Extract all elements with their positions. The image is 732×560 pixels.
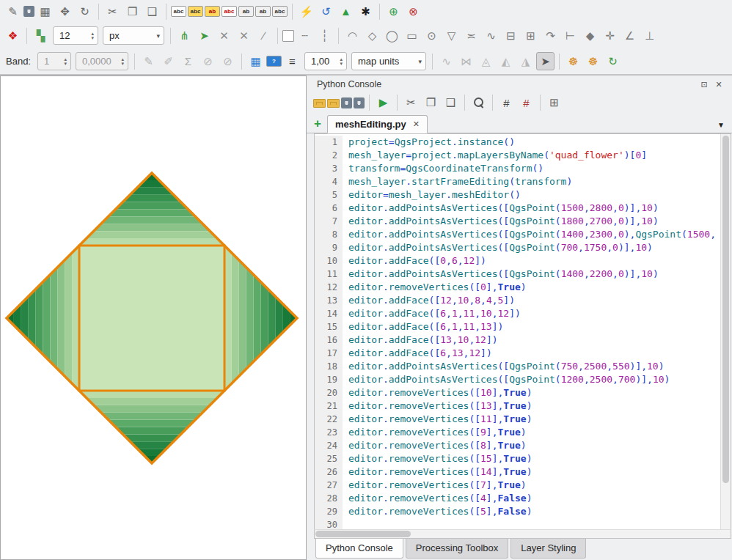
code-line[interactable]: 25editor.removeVertices([15],True) — [315, 452, 720, 465]
reshape-tool-icon[interactable]: ∿ — [482, 26, 500, 45]
save-edits-icon[interactable] — [23, 6, 34, 17]
save-as-icon[interactable] — [354, 97, 365, 108]
grass-tools-icon[interactable]: ▲ — [337, 2, 355, 21]
cut-icon[interactable]: ✂ — [402, 94, 420, 112]
vertex-tool-icon[interactable]: ▦ — [36, 2, 54, 21]
code-line[interactable]: 8editor.addPointsAsVertices([QgsPoint(14… — [315, 228, 720, 241]
clear-all-icon[interactable]: ✕ — [235, 26, 253, 45]
code-line[interactable]: 9editor.addPointsAsVertices([QgsPoint(70… — [315, 241, 720, 254]
horizontal-scrollbar-thumb[interactable] — [315, 531, 411, 537]
reload-mesh-icon[interactable]: ↻ — [604, 52, 622, 70]
spin-down-icon[interactable]: ▾ — [91, 36, 94, 40]
highlight-labels-icon[interactable]: abc — [222, 6, 237, 17]
band-spin-down-icon[interactable]: ▾ — [64, 62, 67, 66]
active-mesh-tool-icon[interactable]: ➤ — [536, 52, 555, 70]
code-line[interactable]: 28editor.removeVertices([4],False) — [315, 492, 720, 505]
digitize-mesh-icon[interactable]: ✎ — [139, 52, 158, 70]
select-mesh-elements-icon[interactable]: ✐ — [159, 52, 177, 70]
code-line[interactable]: 4mesh_layer.startFrameEditing(transform) — [315, 175, 720, 188]
cut-features-icon[interactable]: ✂ — [103, 2, 122, 21]
map-units-dropdown[interactable]: map units ▾ — [351, 52, 426, 70]
perpendicular-icon[interactable]: ⊥ — [640, 26, 659, 45]
vertical-scrollbar-thumb[interactable] — [722, 136, 729, 483]
refine-faces-icon[interactable]: ◮ — [516, 52, 535, 70]
z-value-spinbox[interactable]: 0,0000 ▴▾ — [76, 52, 128, 70]
split-faces-icon[interactable]: ◭ — [497, 52, 515, 70]
code-line[interactable]: 16editor.addFace([13,10,12]) — [315, 334, 720, 347]
clear-selection-icon[interactable]: ✕ — [215, 26, 233, 45]
topology-tool-icon[interactable]: ⋔ — [175, 26, 194, 45]
tab-list-icon[interactable]: ▼ — [717, 121, 725, 133]
code-line[interactable]: 3transform=QgsCoordinateTransform() — [315, 162, 720, 175]
code-line[interactable]: 10editor.addFace([0,6,12]) — [315, 254, 720, 268]
code-line[interactable]: 20editor.removeVertices([10],True) — [315, 386, 720, 399]
uncomment-icon[interactable]: # — [517, 94, 535, 112]
layer-labeling-icon[interactable]: abc — [171, 6, 186, 17]
bottom-tab-layer-styling[interactable]: Layer Styling — [510, 539, 586, 559]
circle-tool-icon[interactable]: ◯ — [383, 26, 401, 45]
code-line[interactable]: 23editor.removeVertices([9],True) — [315, 426, 720, 439]
refresh-map-icon[interactable]: ↺ — [317, 2, 335, 21]
merge-features-icon[interactable]: ⊞ — [521, 26, 540, 45]
code-line[interactable]: 14editor.addFace([6,1,11,10,12]) — [315, 307, 720, 320]
code-line[interactable]: 1project=QgsProject.instance() — [315, 136, 720, 149]
code-line[interactable]: 13editor.addFace([12,10,8,4,5]) — [315, 294, 720, 307]
mesh-options-icon[interactable]: ☸ — [564, 52, 582, 70]
flip-edges-icon[interactable]: ⋈ — [457, 52, 475, 70]
mesh-digitizing-icon[interactable]: ▦ — [246, 52, 265, 70]
dash-horizontal-icon[interactable]: ┄ — [296, 26, 314, 45]
copy-features-icon[interactable]: ❐ — [123, 2, 142, 21]
bottom-tab-processing-toolbox[interactable]: Processing Toolbox — [406, 539, 509, 559]
snap-target-icon[interactable]: ✛ — [601, 26, 619, 45]
code-line[interactable]: 24editor.removeVertices([8],True) — [315, 439, 720, 452]
code-line[interactable]: 26editor.removeVertices([14],True) — [315, 465, 720, 479]
rotate-feature-icon[interactable]: ↻ — [76, 2, 94, 21]
debug-tools-icon[interactable]: ✱ — [356, 2, 375, 21]
open-script-icon[interactable] — [313, 99, 326, 108]
z-spin-down-icon[interactable]: ▾ — [121, 62, 124, 66]
remove-faces-icon[interactable]: ⊘ — [219, 52, 237, 70]
code-line[interactable]: 7editor.addPointsAsVertices([QgsPoint(18… — [315, 215, 720, 228]
paste-features-icon[interactable]: ❑ — [143, 2, 161, 21]
code-line[interactable]: 29editor.removeVertices([5],False) — [315, 505, 720, 518]
float-panel-icon[interactable]: ⊡ — [698, 78, 710, 90]
band-spinbox[interactable]: 1 ▴▾ — [37, 52, 71, 70]
comment-icon[interactable]: # — [497, 94, 516, 112]
code-line[interactable]: 27editor.removeVertices([7],True) — [315, 479, 720, 492]
code-line[interactable]: 5editor=mesh_layer.meshEditor() — [315, 188, 720, 202]
map-canvas[interactable] — [0, 75, 307, 560]
font-units-dropdown[interactable]: px ▾ — [103, 26, 164, 45]
qgis-style-manager-icon[interactable]: ❖ — [4, 26, 22, 45]
code-line[interactable]: 30 — [315, 518, 720, 529]
diamond-tool-icon[interactable]: ◇ — [363, 26, 381, 45]
python-console-icon[interactable]: ⚡ — [297, 2, 315, 21]
rotate-label-icon[interactable]: ab — [255, 6, 271, 17]
identify-mesh-icon[interactable]: ? — [266, 56, 282, 67]
tab-close-icon[interactable]: ✕ — [413, 119, 420, 129]
save-icon[interactable] — [341, 97, 352, 108]
move-label-icon[interactable]: ab — [238, 6, 254, 17]
vertex-marker-icon[interactable]: ◆ — [581, 26, 599, 45]
angle-constraint-icon[interactable]: ∠ — [621, 26, 639, 45]
merge-faces-icon[interactable]: ◬ — [477, 52, 495, 70]
code-line[interactable]: 11editor.addPointsAsVertices([QgsPoint(1… — [315, 268, 720, 281]
code-line[interactable]: 19editor.addPointsAsVertices([QgsPoint(1… — [315, 373, 720, 386]
width-spin-down-icon[interactable]: ▾ — [340, 62, 343, 66]
horizontal-scrollbar[interactable] — [314, 529, 731, 539]
code-line[interactable]: 6editor.addPointsAsVertices([QgsPoint(15… — [315, 202, 720, 215]
run-script-icon[interactable]: ▶ — [374, 94, 392, 112]
bottom-tab-python-console[interactable]: Python Console — [315, 539, 403, 559]
pin-labels-icon[interactable]: ab — [205, 6, 220, 17]
code-line[interactable]: 18editor.addPointsAsVertices([QgsPoint(7… — [315, 360, 720, 373]
mesh-new-layer-icon[interactable]: ☸ — [584, 52, 602, 70]
width-spinbox[interactable]: 1,00 ▴▾ — [304, 52, 347, 70]
diagonal-tool-icon[interactable]: ∕ — [255, 26, 273, 45]
ellipse-tool-icon[interactable]: ⊙ — [422, 26, 441, 45]
new-tab-button[interactable]: + — [314, 117, 327, 133]
snapping-grid-icon[interactable]: ▚ — [32, 26, 50, 45]
close-panel-icon[interactable]: ✕ — [713, 78, 725, 90]
open-in-external-editor-icon[interactable] — [327, 99, 340, 108]
editor-tab[interactable]: meshEditing.py ✕ — [327, 115, 428, 133]
dash-vertical-icon[interactable]: ┆ — [315, 26, 334, 45]
object-inspector-icon[interactable]: ⊞ — [545, 94, 563, 112]
